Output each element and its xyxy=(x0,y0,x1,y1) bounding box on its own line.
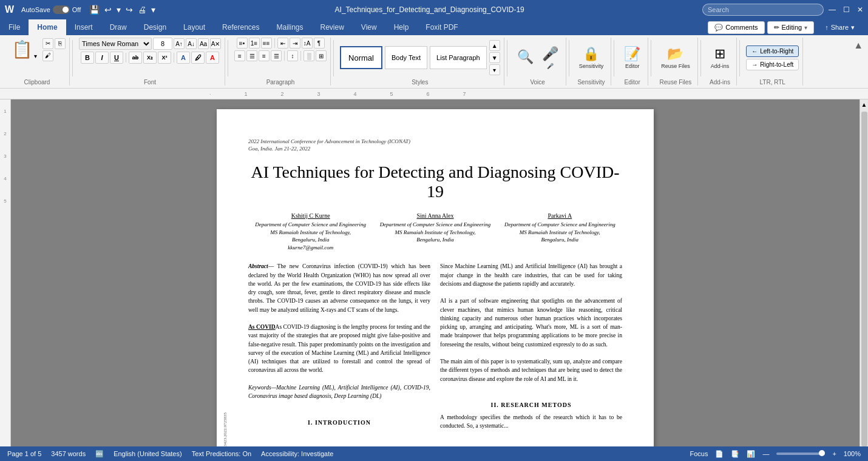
show-paragraph-button[interactable]: ¶ xyxy=(314,38,325,49)
bold-button[interactable]: B xyxy=(81,52,94,64)
add-ins-icon: ⊞ xyxy=(714,46,725,62)
font-grow-button[interactable]: A↑ xyxy=(174,38,185,49)
add-ins-group: ⊞ Add-ins Add-ins xyxy=(704,38,737,86)
underline-button[interactable]: U xyxy=(110,52,123,64)
separator-1 xyxy=(72,40,73,76)
left-to-right-button[interactable]: ← Left-to-Right xyxy=(746,45,799,57)
view-print-icon[interactable]: 📄 xyxy=(715,450,724,458)
styles-up-icon[interactable]: ▲ xyxy=(489,40,500,51)
cut-icon[interactable]: ✂ xyxy=(42,38,53,49)
clear-formatting-button[interactable]: A✕ xyxy=(210,38,221,49)
line-spacing-button[interactable]: ↕ xyxy=(287,50,298,61)
sensitivity-button[interactable]: 🔒 Sensitivity xyxy=(575,44,608,72)
zoom-thumb xyxy=(819,450,825,456)
style-normal[interactable]: Normal xyxy=(340,46,382,69)
maximize-button[interactable]: ☐ xyxy=(843,5,850,14)
clipboard-group: 📋 ▾ ✂ ⎘ 🖌 Clipboard xyxy=(5,38,70,86)
zoom-level: 100% xyxy=(844,450,861,457)
tab-mailings[interactable]: Mailings xyxy=(268,19,311,35)
style-body-text[interactable]: Body Text xyxy=(385,46,427,69)
paste-button[interactable]: 📋 ▾ xyxy=(8,38,40,61)
focus-button[interactable]: Focus xyxy=(690,450,708,457)
undo-dropdown-icon[interactable]: ▾ xyxy=(115,4,122,16)
undo-icon[interactable]: ↩ xyxy=(103,4,113,16)
search-button[interactable]: 🔍 xyxy=(514,47,537,69)
tab-home[interactable]: Home xyxy=(29,19,66,35)
subscript-button[interactable]: X₂ xyxy=(143,52,157,64)
strikethrough-button[interactable]: ab xyxy=(129,52,142,64)
align-left-button[interactable]: ≡ xyxy=(234,50,245,61)
editor-button[interactable]: 📝 Editor xyxy=(620,44,644,72)
zoom-out-button[interactable]: — xyxy=(762,450,769,457)
editing-button[interactable]: ✏ Editing ▾ xyxy=(767,21,815,34)
accessibility-status[interactable]: Accessibility: Investigate xyxy=(261,450,333,457)
voice-group: 🔍 🎤 🎤 Voice xyxy=(510,38,566,86)
zoom-in-button[interactable]: + xyxy=(832,450,836,457)
title-search-input[interactable] xyxy=(702,4,824,16)
comments-button[interactable]: 💬 Comments xyxy=(708,21,764,34)
text-effects-button[interactable]: A xyxy=(177,52,190,64)
view-read-icon[interactable]: 📊 xyxy=(747,450,755,458)
reuse-files-button[interactable]: 📂 Reuse Files xyxy=(657,44,694,72)
increase-indent-button[interactable]: ⇥ xyxy=(290,38,300,49)
document-area[interactable]: ↓ 2022 International Conference for Adva… xyxy=(11,99,860,459)
format-painter-icon[interactable]: 🖌 xyxy=(42,50,53,61)
tab-draw[interactable]: Draw xyxy=(101,19,135,35)
font-shrink-button[interactable]: A↓ xyxy=(186,38,197,49)
bullets-button[interactable]: ≡• xyxy=(237,38,248,49)
proofing-icon[interactable]: 🔤 xyxy=(95,450,104,458)
tab-layout[interactable]: Layout xyxy=(175,19,214,35)
zoom-slider[interactable] xyxy=(776,453,825,455)
multilevel-button[interactable]: ≡≡ xyxy=(261,38,272,49)
add-ins-label: Add-ins xyxy=(710,78,730,86)
share-button[interactable]: ↑ Share ▾ xyxy=(816,21,863,34)
borders-button[interactable]: ⊞ xyxy=(316,50,327,61)
tab-help[interactable]: Help xyxy=(385,19,418,35)
style-list-paragraph[interactable]: List Paragraph xyxy=(430,46,487,69)
redo-icon[interactable]: ↪ xyxy=(124,4,134,16)
copy-icon[interactable]: ⎘ xyxy=(55,38,66,49)
tab-review[interactable]: Review xyxy=(312,19,353,35)
decrease-indent-button[interactable]: ⇤ xyxy=(277,38,288,49)
numbering-button[interactable]: 1≡ xyxy=(249,38,260,49)
close-button[interactable]: ✕ xyxy=(857,5,863,14)
language-info[interactable]: English (United States) xyxy=(114,450,182,457)
font-size-input[interactable] xyxy=(153,38,172,50)
tab-file[interactable]: File xyxy=(0,19,29,35)
save-icon[interactable]: 💾 xyxy=(88,4,101,16)
shading-button[interactable]: ░ xyxy=(303,50,314,61)
superscript-button[interactable]: X² xyxy=(158,52,171,64)
justify-button[interactable]: ☰ xyxy=(271,50,282,61)
status-bar: Page 1 of 5 3457 words 🔤 English (United… xyxy=(0,446,868,461)
tab-view[interactable]: View xyxy=(353,19,385,35)
styles-down-icon[interactable]: ▼ xyxy=(489,52,500,63)
autosave-toggle[interactable] xyxy=(53,5,70,14)
styles-more-icon[interactable]: ▾ xyxy=(489,64,500,75)
scroll-up-button[interactable]: ▲ xyxy=(860,99,868,110)
highlight-button[interactable]: 🖊 xyxy=(191,52,205,64)
add-ins-button[interactable]: ⊞ Add-ins xyxy=(707,44,733,72)
font-name-select[interactable]: Times New Roman xyxy=(79,38,152,50)
scroll-thumb[interactable] xyxy=(861,112,867,446)
view-web-icon[interactable]: 📑 xyxy=(731,450,739,458)
font-case-button[interactable]: Aa xyxy=(198,38,209,49)
right-to-left-button[interactable]: → Right-to-Left xyxy=(746,59,799,70)
minimize-button[interactable]: — xyxy=(829,5,836,14)
sort-button[interactable]: ↕A xyxy=(302,38,313,49)
align-right-button[interactable]: ≡ xyxy=(259,50,270,61)
tab-foxit[interactable]: Foxit PDF xyxy=(417,19,466,35)
align-center-button[interactable]: ☰ xyxy=(246,50,257,61)
dictate-button[interactable]: 🎤 🎤 xyxy=(538,44,562,72)
font-color-button[interactable]: A xyxy=(206,52,219,64)
ltr-rtl-group: ← Left-to-Right → Right-to-Left LTR, RTL xyxy=(742,38,803,86)
tab-design[interactable]: Design xyxy=(135,19,175,35)
tab-references[interactable]: References xyxy=(214,19,268,35)
ribbon-collapse-button[interactable]: ▲ xyxy=(853,40,863,51)
status-right: Focus 📄 📑 📊 — + 100% xyxy=(690,450,861,458)
tab-insert[interactable]: Insert xyxy=(66,19,101,35)
customize-icon[interactable]: ▾ xyxy=(150,4,157,16)
italic-button[interactable]: I xyxy=(95,52,109,64)
print-icon[interactable]: 🖨 xyxy=(137,4,147,16)
vertical-scrollbar[interactable]: ▲ ▼ xyxy=(860,99,868,459)
font-sep-2 xyxy=(174,53,174,62)
